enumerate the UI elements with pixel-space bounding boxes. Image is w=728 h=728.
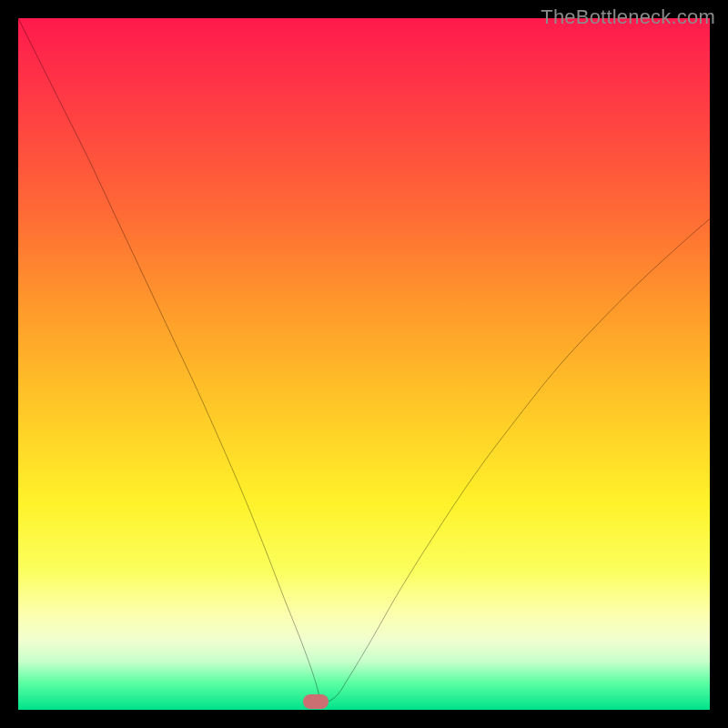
bottleneck-curve xyxy=(18,18,710,710)
chart-frame: TheBottleneck.com xyxy=(0,0,728,728)
watermark-label: TheBottleneck.com xyxy=(541,5,715,29)
plot-area xyxy=(18,18,710,710)
optimal-point-marker xyxy=(303,694,329,709)
